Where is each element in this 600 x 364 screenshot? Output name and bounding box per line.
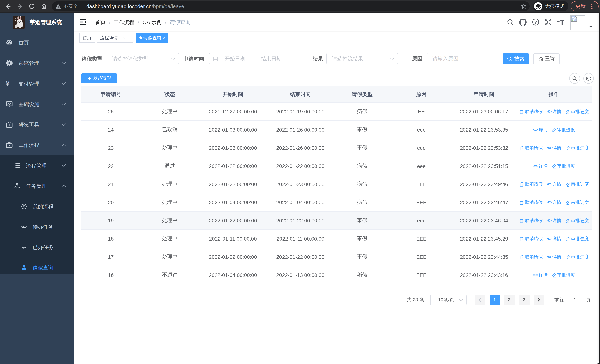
svg-text:T: T	[557, 20, 560, 26]
svg-text:?: ?	[534, 20, 537, 24]
svg-text:T: T	[560, 19, 564, 26]
